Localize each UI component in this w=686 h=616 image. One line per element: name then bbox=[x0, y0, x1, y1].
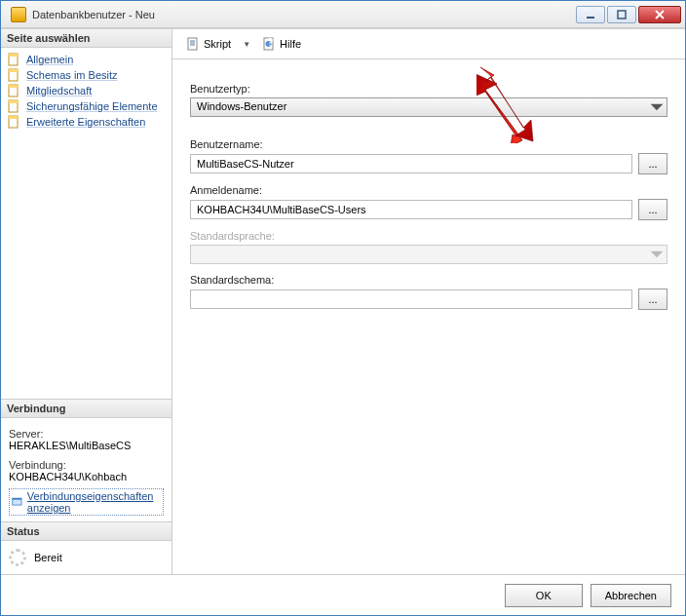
connection-props-link[interactable]: Verbindungseigenschaften anzeigen bbox=[9, 488, 164, 516]
nav-label: Schemas im Besitz bbox=[26, 69, 118, 81]
minimize-button[interactable] bbox=[576, 6, 605, 23]
svg-rect-11 bbox=[9, 116, 18, 119]
script-button[interactable]: Skript bbox=[182, 35, 235, 53]
nav-label: Mitgliedschaft bbox=[26, 85, 92, 96]
page-icon bbox=[7, 53, 20, 66]
help-label: Hilfe bbox=[280, 38, 301, 50]
page-icon bbox=[7, 99, 20, 113]
svg-text:?: ? bbox=[267, 37, 273, 48]
main-pane: Skript ▼ ? Hilfe Benutzertyp: Windows-Be… bbox=[172, 29, 685, 574]
nav-item-general[interactable]: Allgemein bbox=[3, 52, 170, 67]
help-icon: ? bbox=[262, 37, 276, 51]
connection-section: Verbindung Server: HERAKLES\MultiBaseCS … bbox=[1, 399, 172, 521]
window-title: Datenbankbenutzer - Neu bbox=[32, 9, 576, 20]
status-section: Status Bereit bbox=[1, 521, 172, 574]
nav-item-membership[interactable]: Mitgliedschaft bbox=[3, 83, 170, 98]
nav-list: Allgemein Schemas im Besitz Mitgliedscha… bbox=[1, 48, 172, 134]
toolbar: Skript ▼ ? Hilfe bbox=[172, 29, 685, 59]
help-button[interactable]: ? Hilfe bbox=[258, 35, 305, 53]
server-value: HERAKLES\MultiBaseCS bbox=[9, 440, 164, 451]
connection-header: Verbindung bbox=[1, 400, 172, 418]
properties-icon bbox=[12, 495, 22, 509]
nav-item-schemas[interactable]: Schemas im Besitz bbox=[3, 67, 170, 83]
sidebar: Seite auswählen Allgemein Schemas im Bes… bbox=[1, 29, 172, 574]
status-spinner-icon bbox=[9, 549, 26, 566]
loginname-input[interactable] bbox=[190, 200, 632, 219]
nav-item-extended[interactable]: Erweiterte Eigenschaften bbox=[3, 114, 170, 130]
script-dropdown[interactable]: ▼ bbox=[239, 40, 254, 49]
usertype-value: Windows-Benutzer bbox=[197, 100, 286, 112]
svg-rect-7 bbox=[9, 85, 18, 88]
svg-rect-1 bbox=[618, 11, 626, 19]
nav-label: Allgemein bbox=[26, 54, 73, 65]
svg-rect-14 bbox=[188, 38, 197, 50]
server-label: Server: bbox=[9, 428, 164, 440]
page-icon bbox=[7, 68, 20, 82]
connection-label: Verbindung: bbox=[9, 459, 164, 471]
svg-rect-13 bbox=[13, 498, 21, 500]
page-icon bbox=[7, 84, 20, 97]
schema-label: Standardschema: bbox=[190, 274, 667, 286]
language-combo bbox=[190, 245, 667, 264]
script-label: Skript bbox=[204, 38, 231, 50]
footer: OK Abbrechen bbox=[1, 574, 685, 615]
ellipsis-label: ... bbox=[648, 293, 657, 305]
loginname-label: Anmeldename: bbox=[190, 184, 667, 196]
page-icon bbox=[7, 115, 20, 129]
script-icon bbox=[186, 37, 200, 51]
loginname-browse-button[interactable]: ... bbox=[638, 199, 667, 220]
titlebar: Datenbankbenutzer - Neu bbox=[1, 1, 685, 28]
close-button[interactable] bbox=[638, 6, 681, 23]
select-page-header: Seite auswählen bbox=[1, 29, 172, 48]
nav-label: Erweiterte Eigenschaften bbox=[26, 116, 145, 128]
username-browse-button[interactable]: ... bbox=[638, 153, 667, 174]
svg-rect-0 bbox=[587, 17, 594, 19]
nav-item-securables[interactable]: Sicherungsfähige Elemente bbox=[3, 98, 170, 114]
nav-label: Sicherungsfähige Elemente bbox=[26, 100, 158, 112]
language-label: Standardsprache: bbox=[190, 230, 667, 242]
svg-rect-5 bbox=[9, 69, 18, 72]
form-area: Benutzertyp: Windows-Benutzer Benutzerna… bbox=[172, 59, 685, 324]
svg-rect-9 bbox=[9, 100, 18, 103]
usertype-combo[interactable]: Windows-Benutzer bbox=[190, 97, 667, 117]
username-input[interactable] bbox=[190, 154, 632, 173]
usertype-label: Benutzertyp: bbox=[190, 83, 667, 95]
ellipsis-label: ... bbox=[648, 158, 657, 170]
cancel-button[interactable]: Abbrechen bbox=[591, 584, 671, 607]
chevron-down-icon bbox=[649, 100, 665, 114]
status-header: Status bbox=[1, 522, 172, 541]
status-text: Bereit bbox=[34, 552, 62, 563]
svg-rect-3 bbox=[9, 54, 18, 57]
ellipsis-label: ... bbox=[648, 204, 657, 215]
schema-input[interactable] bbox=[190, 289, 632, 309]
ok-button[interactable]: OK bbox=[505, 584, 583, 607]
chevron-down-icon bbox=[649, 248, 665, 261]
username-label: Benutzername: bbox=[190, 138, 667, 150]
app-icon bbox=[11, 7, 26, 22]
maximize-button[interactable] bbox=[607, 6, 636, 23]
connection-value: KOHBACH34U\Kohbach bbox=[9, 471, 164, 482]
schema-browse-button[interactable]: ... bbox=[638, 289, 667, 310]
connection-props-text: Verbindungseigenschaften anzeigen bbox=[27, 490, 161, 514]
